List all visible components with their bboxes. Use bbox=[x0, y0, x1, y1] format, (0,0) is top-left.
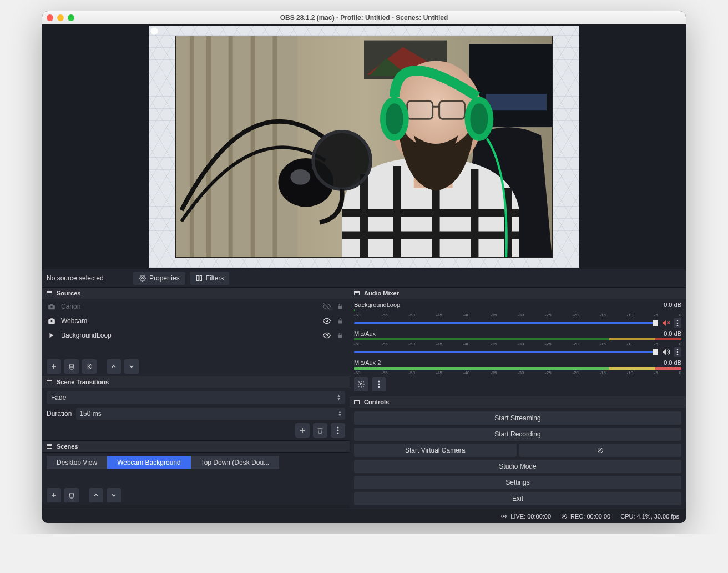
dock-icon bbox=[46, 289, 53, 297]
audio-track-menu-button[interactable] bbox=[674, 318, 681, 328]
close-icon[interactable] bbox=[47, 14, 53, 21]
svg-point-72 bbox=[360, 383, 362, 385]
dock-icon bbox=[353, 398, 361, 406]
duration-label: Duration bbox=[47, 410, 72, 418]
scene-tab[interactable]: Top Down (Desk Dou... bbox=[191, 456, 279, 469]
status-rec: REC: 00:00:00 bbox=[561, 513, 610, 520]
svg-point-65 bbox=[677, 320, 679, 321]
controls-header[interactable]: Controls bbox=[350, 396, 686, 408]
scenes-toolbar bbox=[42, 486, 350, 505]
source-item[interactable]: Canon bbox=[42, 299, 350, 314]
svg-point-82 bbox=[563, 515, 565, 517]
properties-button[interactable]: Properties bbox=[133, 272, 185, 285]
maximize-icon[interactable] bbox=[68, 14, 74, 21]
move-up-button[interactable] bbox=[107, 359, 121, 374]
sources-toolbar bbox=[42, 357, 350, 376]
add-source-button[interactable] bbox=[47, 359, 61, 374]
svg-rect-61 bbox=[355, 291, 360, 293]
sources-header[interactable]: Sources bbox=[42, 287, 350, 299]
transitions-header[interactable]: Scene Transitions bbox=[42, 376, 350, 388]
svg-point-40 bbox=[326, 320, 328, 322]
svg-point-29 bbox=[290, 169, 310, 185]
svg-rect-2 bbox=[190, 36, 194, 257]
svg-point-27 bbox=[470, 103, 488, 134]
svg-point-43 bbox=[326, 334, 328, 336]
start-virtual-camera-button[interactable]: Start Virtual Camera bbox=[354, 444, 517, 457]
controls-body: Start Streaming Start Recording Start Vi… bbox=[350, 408, 686, 509]
minimize-icon[interactable] bbox=[57, 14, 64, 21]
move-scene-down-button[interactable] bbox=[107, 488, 121, 502]
move-scene-up-button[interactable] bbox=[89, 488, 103, 502]
svg-rect-44 bbox=[338, 335, 342, 338]
start-streaming-button[interactable]: Start Streaming bbox=[354, 411, 681, 425]
audio-track-name: Mic/Aux 2 bbox=[354, 359, 381, 366]
audio-track: Mic/Aux 2 0.0 dB -60-55-50-45-40-35-30-2… bbox=[354, 359, 681, 375]
svg-rect-36 bbox=[47, 291, 52, 293]
remove-scene-button[interactable] bbox=[64, 488, 79, 502]
preview-area[interactable] bbox=[42, 24, 686, 269]
audio-mixer-header[interactable]: Audio Mixer bbox=[350, 287, 686, 299]
svg-point-80 bbox=[503, 515, 504, 516]
svg-point-70 bbox=[677, 351, 679, 353]
scene-tab[interactable]: Webcam Background bbox=[107, 456, 191, 469]
lock-icon[interactable] bbox=[336, 331, 344, 339]
properties-label: Properties bbox=[149, 274, 180, 282]
add-scene-button[interactable] bbox=[47, 488, 61, 502]
audio-mixer-menu-button[interactable] bbox=[372, 377, 386, 391]
audio-track: Mic/Aux 0.0 dB -60-55-50-45-40-35-30-25-… bbox=[354, 330, 681, 357]
move-down-button[interactable] bbox=[124, 359, 139, 374]
virtual-camera-settings-button[interactable] bbox=[519, 444, 682, 457]
audio-track-db: 0.0 dB bbox=[664, 330, 681, 337]
source-properties-button[interactable] bbox=[82, 359, 97, 374]
eye-off-icon[interactable] bbox=[323, 303, 331, 310]
volume-slider[interactable] bbox=[354, 322, 658, 324]
scene-tab[interactable]: Desktop View bbox=[47, 456, 107, 469]
audio-track-menu-button[interactable] bbox=[674, 347, 681, 357]
svg-marker-42 bbox=[50, 333, 54, 338]
lock-icon[interactable] bbox=[336, 317, 344, 325]
svg-rect-41 bbox=[338, 321, 342, 324]
transition-select[interactable]: Fade ▲▼ bbox=[47, 391, 345, 404]
status-live: LIVE: 00:00:00 bbox=[500, 512, 551, 520]
exit-button[interactable]: Exit bbox=[354, 492, 681, 505]
webcam-preview bbox=[175, 36, 553, 258]
filters-button[interactable]: Filters bbox=[190, 272, 230, 285]
studio-mode-button[interactable]: Studio Mode bbox=[354, 460, 681, 473]
source-item[interactable]: BackgroundLoop bbox=[42, 328, 350, 343]
preview-canvas[interactable] bbox=[149, 26, 579, 268]
remove-transition-button[interactable] bbox=[313, 423, 327, 438]
start-recording-button[interactable]: Start Recording bbox=[354, 428, 681, 441]
audio-meter: -60-55-50-45-40-35-30-25-20-15-10-50 bbox=[354, 367, 681, 375]
svg-point-37 bbox=[50, 306, 53, 308]
remove-source-button[interactable] bbox=[64, 359, 79, 374]
svg-rect-57 bbox=[47, 445, 52, 446]
speaker-muted-icon[interactable] bbox=[661, 319, 670, 328]
eye-icon[interactable] bbox=[323, 317, 331, 325]
volume-slider[interactable] bbox=[354, 351, 658, 353]
eye-icon[interactable] bbox=[323, 331, 331, 339]
status-cpu: CPU: 4.1%, 30.00 fps bbox=[620, 513, 679, 520]
add-transition-button[interactable] bbox=[295, 423, 310, 438]
advanced-audio-button[interactable] bbox=[354, 377, 368, 391]
svg-point-67 bbox=[677, 325, 679, 326]
svg-point-53 bbox=[337, 427, 339, 429]
svg-point-55 bbox=[337, 433, 339, 434]
audio-track-name: BackgroundLoop bbox=[354, 301, 400, 308]
svg-point-39 bbox=[50, 320, 53, 323]
gear-icon bbox=[139, 274, 146, 282]
svg-rect-34 bbox=[200, 276, 202, 281]
dock-icon bbox=[353, 289, 361, 297]
app-window: OBS 28.1.2 (mac) - Profile: Untitled - S… bbox=[42, 11, 686, 523]
transitions-body: Fade ▲▼ Duration 150 ms ▲▼ bbox=[42, 388, 350, 440]
speaker-icon[interactable] bbox=[661, 348, 670, 356]
source-item[interactable]: Webcam bbox=[42, 314, 350, 328]
lock-icon[interactable] bbox=[336, 303, 344, 310]
scenes-header[interactable]: Scenes bbox=[42, 440, 350, 453]
svg-point-69 bbox=[677, 349, 679, 350]
transition-menu-button[interactable] bbox=[331, 423, 345, 438]
duration-input[interactable]: 150 ms ▲▼ bbox=[76, 408, 345, 420]
chevron-updown-icon[interactable]: ▲▼ bbox=[338, 410, 342, 417]
settings-button[interactable]: Settings bbox=[354, 476, 681, 489]
svg-rect-3 bbox=[206, 36, 211, 257]
filters-icon bbox=[195, 274, 203, 282]
